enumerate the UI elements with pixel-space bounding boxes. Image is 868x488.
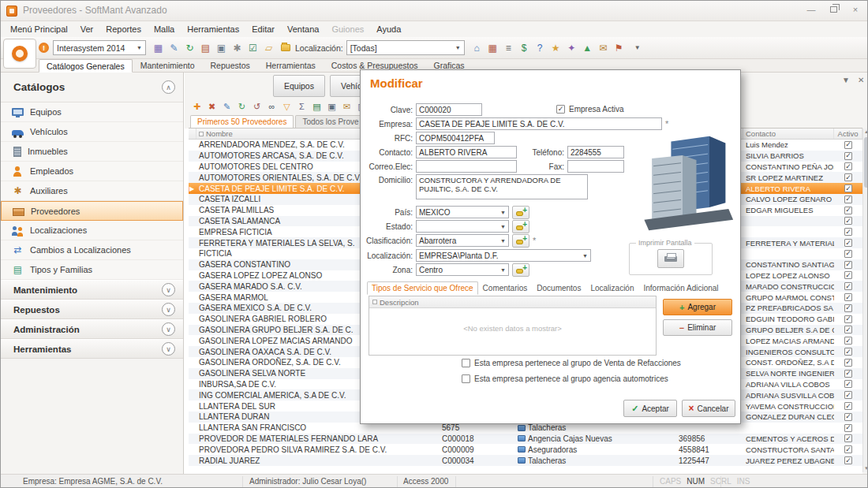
activo-checkbox[interactable] [844,304,852,312]
system-select[interactable]: Interasystem 2014 ▼ [53,40,146,55]
scroll-down-arrow-icon[interactable]: ▼ [863,465,868,472]
activo-checkbox[interactable] [844,434,852,442]
activo-checkbox[interactable] [844,261,852,269]
ribbon-tab[interactable]: Repuestos [203,58,258,72]
dialog-tab[interactable]: Información Adicional [638,281,723,295]
print-button[interactable] [657,249,684,268]
menu-item[interactable]: Guiones [325,23,370,35]
design-icon[interactable]: ✎ [166,40,181,55]
activo-checkbox[interactable] [844,315,852,323]
activo-checkbox[interactable] [844,141,852,149]
mail-icon[interactable]: ✉ [596,40,611,55]
flag-icon[interactable]: ⚑ [612,40,627,55]
agregar-button[interactable]: + Agregar [663,299,732,315]
contacto-input[interactable] [416,146,517,158]
menu-item[interactable]: Editar [245,23,281,35]
add-estado-button[interactable]: + [512,220,529,233]
settings-icon[interactable]: ✱ [230,40,245,55]
pais-dropdown[interactable]: MEXICO ▼ [416,206,509,218]
sidebar-item[interactable]: ✱Auxiliares [1,181,183,201]
calendar-icon[interactable]: ▦ [485,40,500,55]
panel-pin-button[interactable]: ▼ [842,76,850,84]
menu-item[interactable]: Ayuda [370,23,407,35]
eliminar-button[interactable]: − Eliminar [663,319,732,336]
grid-tab[interactable]: Primeros 50 Proveedores [190,115,294,128]
database-icon[interactable]: ▤ [198,40,213,55]
sidebar-header[interactable]: Catálogos ∧ [1,73,183,102]
clasificacion-dropdown[interactable]: Abarrotera ▼ [416,234,509,247]
refresh-icon[interactable]: ↻ [182,40,197,55]
empresa-activa-checkbox[interactable]: Empresa Activa [556,105,623,114]
activo-checkbox[interactable] [844,152,852,160]
zona-dropdown[interactable]: Centro ▼ [416,263,509,276]
menu-item[interactable]: Ventana [281,23,325,35]
toolbar-overflow-button[interactable]: ▼ [634,44,641,51]
activo-checkbox[interactable] [844,337,852,345]
add-zona-button[interactable]: + [512,263,529,277]
fax-input[interactable] [567,160,624,173]
activo-checkbox[interactable] [844,348,852,356]
chart-icon[interactable]: ▲ [580,40,595,55]
print-icon[interactable]: ▣ [325,100,339,113]
sidebar-item[interactable]: ▤Tipos y Familias [1,260,183,280]
grid-header-cell[interactable]: Activo [834,129,862,139]
sidebar-item[interactable]: ⇄Cambios a Localizaciones [1,240,183,260]
grid-tab[interactable]: Todos los Prove [295,115,365,128]
table-row[interactable]: PROVEDOR DE MATERIALES FERNANDO LARAC000… [189,434,862,445]
localizacion-dropdown[interactable]: EMPRESA\Planta D.F. ▼ [416,249,591,262]
sidebar-item[interactable]: Vehículos [1,122,183,142]
minimize-button[interactable]: — [806,4,817,15]
activo-checkbox[interactable] [844,326,852,333]
view-button[interactable]: Equipos [273,75,325,97]
activo-checkbox[interactable] [844,413,852,421]
group-checkbox[interactable]: Esta empresa pertenece al grupo agencia … [462,374,681,383]
sidebar-item[interactable]: Localizaciones [1,221,183,240]
favorite-icon[interactable]: ★ [548,40,563,55]
add-clasificacion-button[interactable]: + [512,234,529,248]
sidebar-section[interactable]: Herramientas∨ [1,339,183,359]
activo-checkbox[interactable] [844,282,852,290]
ribbon-tab[interactable]: Catálogos Generales [39,59,133,73]
panel-close-button[interactable]: ✕ [858,76,864,84]
users-icon[interactable]: ✦ [564,40,579,55]
tasks-icon[interactable]: ☑ [245,40,260,55]
grid-header-cell[interactable]: Contacto [743,129,834,139]
ribbon-tab[interactable]: Mantenimiento [133,58,203,72]
dialog-tab[interactable]: Comentarios [478,281,533,295]
activo-checkbox[interactable] [844,239,852,247]
mail-icon[interactable]: ✉ [340,100,354,113]
undo-icon[interactable]: ↺ [250,100,264,113]
correo-input[interactable] [416,160,517,173]
ribbon-tab[interactable]: Herramientas [258,58,324,72]
sidebar-item[interactable]: Inmuebles [1,142,183,162]
activo-checkbox[interactable] [844,445,852,453]
add-pais-button[interactable]: + [512,206,529,219]
empresa-input[interactable] [416,117,662,130]
activo-checkbox[interactable] [844,271,852,279]
estado-dropdown[interactable]: ▼ [416,220,509,233]
aceptar-button[interactable]: ✓ Aceptar [623,400,677,417]
add-record-icon[interactable]: ✚ [190,100,204,113]
servicios-grid-header[interactable]: Descripcion [369,296,656,308]
activo-checkbox[interactable] [844,217,852,225]
table-row[interactable]: RADIAL JUAREZC000034Talacheras1225447JUA… [189,455,862,466]
list-icon[interactable]: ≡ [501,40,516,55]
alert-icon[interactable]: ! [39,43,49,53]
activo-checkbox[interactable] [844,424,852,432]
filter-icon[interactable]: ▽ [280,100,294,113]
activo-checkbox[interactable] [844,173,852,181]
search-icon[interactable]: ∞ [265,100,279,113]
scroll-up-arrow-icon[interactable]: ▲ [863,129,868,136]
sidebar-item[interactable]: Proveedores [1,201,183,221]
table-row[interactable]: PROVEDORA PEDRO SILVA RAMIREZ S.A. DE C.… [189,444,862,455]
sidebar-item[interactable]: Equipos [1,102,183,122]
folder-open-icon[interactable]: ▱ [261,40,276,55]
refresh-icon[interactable]: ↻ [235,100,249,113]
activo-checkbox[interactable] [844,162,852,170]
form-icon[interactable]: ▣ [214,40,229,55]
activo-checkbox[interactable] [844,250,852,258]
telefono-input[interactable] [567,146,624,158]
activo-checkbox[interactable] [844,456,852,464]
domicilio-textarea[interactable]: CONSTRUCTORA Y ARRENDADORA DE PUJILTIC, … [416,174,588,199]
activo-checkbox[interactable] [844,370,852,378]
